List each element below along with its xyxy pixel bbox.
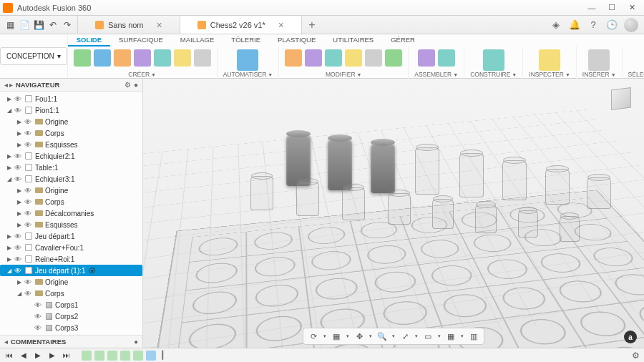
expand-icon[interactable]: ◢ [16, 290, 23, 297]
ribbon-group-label[interactable]: INSPECTER ▼ [529, 71, 570, 79]
chess-piece-ghost[interactable] [545, 169, 570, 205]
chess-piece-ghost[interactable] [587, 177, 611, 209]
tree-row[interactable]: ▶👁Echiquier2:1 [0, 150, 142, 162]
visibility-icon[interactable]: 👁 [14, 95, 23, 103]
ribbon-tool-icon[interactable] [285, 49, 302, 67]
minimize-button[interactable]: — [582, 1, 601, 14]
visibility-icon[interactable]: 👁 [14, 244, 23, 252]
zoom-icon[interactable]: 🔍 [375, 330, 389, 343]
expand-icon[interactable]: ▶ [6, 245, 13, 251]
visibility-icon[interactable]: 👁 [34, 301, 43, 309]
tree-row[interactable]: ◢👁Pion1:1 [0, 104, 142, 116]
tab-close-icon[interactable]: × [278, 20, 284, 30]
expand-icon[interactable]: ▶ [6, 233, 13, 240]
expand-icon[interactable]: ▶ [16, 142, 23, 148]
new-tab-button[interactable]: + [302, 16, 322, 34]
view-cube[interactable] [607, 84, 635, 113]
expand-icon[interactable]: ◢ [6, 268, 13, 274]
expand-icon[interactable]: ▶ [16, 130, 23, 137]
expand-icon[interactable]: ▶ [6, 256, 13, 263]
ribbon-tool-icon[interactable] [385, 49, 402, 67]
chess-piece-ghost[interactable] [250, 176, 273, 210]
tree-row[interactable]: ▶👁Origine [0, 276, 142, 288]
ribbon-tool-icon[interactable] [74, 49, 91, 67]
expand-icon[interactable]: ▶ [16, 222, 23, 228]
ribbon-tool-icon[interactable] [539, 49, 560, 71]
collapse-left-icon[interactable]: ◂ [4, 338, 8, 346]
file-menu-icon[interactable]: 📄 [19, 19, 30, 31]
expand-icon[interactable]: ▶ [16, 279, 23, 285]
visibility-icon[interactable]: 👁 [24, 187, 33, 195]
ribbon-group-label[interactable]: MODIFIER ▼ [326, 71, 362, 79]
ribbon-group-label[interactable]: AUTOMATISER ▼ [223, 71, 273, 79]
collapse-left-icon[interactable]: ◂ [4, 81, 8, 89]
fit-icon[interactable]: ⤢ [398, 330, 412, 343]
tree-row[interactable]: ▶👁Jeu départ:1 [0, 230, 142, 242]
visibility-icon[interactable]: 👁 [14, 175, 23, 183]
dropdown-icon[interactable]: ▾ [436, 330, 442, 343]
ribbon-tool-icon[interactable] [174, 49, 191, 67]
expand-icon[interactable]: ▶ [6, 165, 13, 171]
timeline-feature-icon[interactable] [146, 351, 156, 361]
visibility-icon[interactable]: 👁 [14, 267, 23, 275]
dropdown-icon[interactable]: ▾ [322, 330, 328, 343]
ribbon-tab[interactable]: UTILITAIRES [324, 34, 382, 47]
tree-row[interactable]: ▶👁Origine [0, 116, 142, 127]
tree-row[interactable]: ◢👁Jeu départ (1):1 ⦿ [0, 265, 142, 276]
ribbon-tool-icon[interactable] [114, 49, 131, 67]
layout-icon[interactable]: ▥ [467, 330, 481, 343]
browser-settings-icon[interactable]: ⚙ [125, 81, 131, 89]
maximize-button[interactable]: ☐ [602, 1, 621, 14]
tree-row[interactable]: ▶👁Origine [0, 185, 142, 196]
dropdown-icon[interactable]: ▾ [414, 330, 419, 343]
pan-icon[interactable]: ✥ [352, 330, 366, 343]
tab-untitled[interactable]: Sans nom × [78, 16, 180, 34]
visibility-icon[interactable]: 👁 [24, 221, 33, 229]
tree-row[interactable]: ▶👁Fou1:1 [0, 93, 142, 104]
browser-pin-icon[interactable]: ● [134, 81, 138, 89]
tab-chess2[interactable]: Chess2 v26 v1* × [180, 16, 302, 34]
ribbon-tool-icon[interactable] [588, 49, 610, 71]
tree-row[interactable]: ◢👁Corps [0, 288, 142, 299]
expand-icon[interactable]: ▶ [6, 153, 13, 160]
ribbon-tool-icon[interactable] [94, 49, 111, 67]
visibility-icon[interactable]: 👁 [24, 210, 33, 217]
tree-row[interactable]: ▶👁Corps [0, 196, 142, 207]
chess-piece-ghost[interactable] [296, 182, 319, 216]
timeline-first-button[interactable]: ⏮ [4, 351, 14, 361]
ribbon-group-label[interactable]: CONSTRUIRE ▼ [470, 71, 517, 79]
timeline-last-button[interactable]: ⏭ [62, 351, 72, 361]
ribbon-tool-icon[interactable] [237, 49, 258, 71]
dropdown-icon[interactable]: ▾ [345, 330, 351, 343]
timeline-feature-icon[interactable] [133, 351, 143, 361]
timeline-feature-icon[interactable] [82, 351, 92, 361]
visibility-icon[interactable]: 👁 [24, 129, 33, 137]
expand-icon[interactable]: ▶ [16, 187, 23, 194]
chess-piece-ghost[interactable] [432, 199, 454, 229]
display-icon[interactable]: ▭ [421, 330, 435, 343]
expand-icon[interactable]: ▶ [6, 96, 13, 102]
expand-icon[interactable]: ▶ [16, 210, 23, 217]
visibility-icon[interactable]: 👁 [24, 290, 33, 298]
ribbon-tool-icon[interactable] [438, 49, 455, 67]
ribbon-tab[interactable]: TÔLERIE [223, 34, 269, 47]
visibility-icon[interactable]: 👁 [14, 255, 23, 263]
tree-row[interactable]: ▶👁Esquisses [0, 219, 142, 230]
ribbon-group-label[interactable]: ASSEMBLER ▼ [414, 71, 458, 79]
user-avatar[interactable] [624, 18, 638, 32]
chess-piece-ghost[interactable] [502, 160, 527, 200]
collapse-right-icon[interactable]: ▸ [9, 81, 13, 89]
chess-piece-ghost[interactable] [475, 205, 497, 233]
close-button[interactable]: ✕ [623, 1, 641, 14]
comments-pin-icon[interactable]: ● [134, 338, 138, 346]
expand-icon[interactable]: ▶ [16, 199, 23, 205]
ribbon-tab[interactable]: MAILLAGE [172, 34, 223, 47]
timeline-prev-button[interactable]: ◀ [19, 351, 29, 361]
expand-icon[interactable]: ◢ [6, 107, 13, 114]
visibility-icon[interactable]: 👁 [24, 118, 33, 126]
ribbon-group-label[interactable]: SÉLECTIONNER ▼ [628, 71, 644, 79]
ribbon-tool-icon[interactable] [305, 49, 322, 67]
visibility-icon[interactable]: 👁 [34, 313, 43, 321]
chess-piece-ghost[interactable] [342, 187, 365, 220]
tree-row[interactable]: 👁Corps3 [0, 322, 142, 333]
